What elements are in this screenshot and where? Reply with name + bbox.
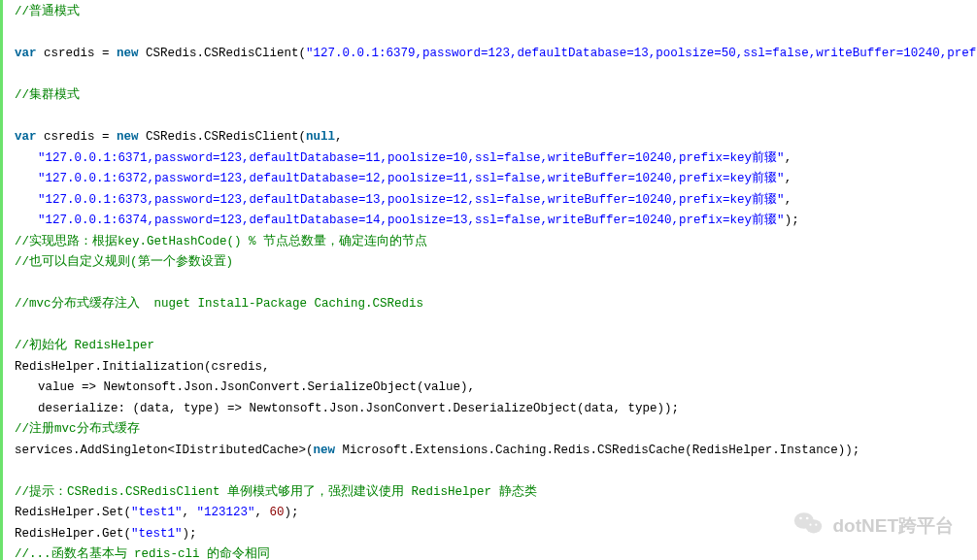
blank-line bbox=[15, 65, 977, 86]
code-text: , bbox=[785, 193, 792, 207]
comment: //普通模式 bbox=[15, 5, 80, 18]
code-line: //注册mvc分布式缓存 bbox=[15, 419, 977, 441]
string: "127.0.0.1:6379,password=123,defaultData… bbox=[306, 47, 977, 60]
code-line: //...函数名基本与 redis-cli 的命令相同 bbox=[15, 544, 977, 560]
code-text: , bbox=[785, 172, 792, 185]
comment: //也可以自定义规则(第一个参数设置) bbox=[15, 255, 233, 269]
code-text: ); bbox=[183, 527, 197, 541]
svg-point-1 bbox=[806, 519, 823, 533]
code-text: ); bbox=[785, 214, 799, 227]
code-text: services.AddSingleton<IDistributedCache>… bbox=[15, 444, 314, 457]
code-line: //初始化 RedisHelper bbox=[15, 336, 977, 357]
keyword: new bbox=[117, 130, 139, 144]
keyword: new bbox=[314, 444, 336, 457]
code-line: //也可以自定义规则(第一个参数设置) bbox=[15, 252, 977, 274]
code-text: CSRedis.CSRedisClient( bbox=[139, 47, 307, 60]
blank-line bbox=[15, 274, 977, 295]
string: "123123" bbox=[197, 506, 255, 519]
keyword: var bbox=[15, 47, 37, 60]
watermark-text: dotNET跨平台 bbox=[832, 513, 954, 539]
code-line: value => Newtonsoft.Json.JsonConvert.Ser… bbox=[15, 378, 977, 399]
svg-point-3 bbox=[806, 517, 809, 520]
string: "127.0.0.1:6374,password=123,defaultData… bbox=[38, 214, 785, 227]
code-text: RedisHelper.Get( bbox=[15, 527, 131, 541]
blank-line bbox=[15, 23, 977, 45]
comment: //集群模式 bbox=[15, 88, 80, 102]
code-text: , bbox=[183, 506, 197, 519]
comment: //初始化 RedisHelper bbox=[15, 339, 154, 352]
code-text: , bbox=[255, 506, 270, 519]
code-line: "127.0.0.1:6374,password=123,defaultData… bbox=[15, 211, 977, 232]
blank-line bbox=[15, 315, 977, 337]
blank-line bbox=[15, 107, 977, 128]
code-line: //普通模式 bbox=[15, 2, 977, 23]
comment: //实现思路：根据key.GetHashCode() % 节点总数量，确定连向的… bbox=[15, 235, 427, 248]
code-text: csredis = bbox=[37, 130, 118, 144]
number: 60 bbox=[270, 506, 285, 519]
string: "127.0.0.1:6371,password=123,defaultData… bbox=[38, 151, 785, 165]
code-text: RedisHelper.Initialization(csredis, bbox=[15, 360, 277, 374]
string: "127.0.0.1:6373,password=123,defaultData… bbox=[38, 193, 785, 207]
string: "test1" bbox=[131, 506, 183, 519]
comment: //提示：CSRedis.CSRedisClient 单例模式够用了，强烈建议使… bbox=[15, 485, 537, 499]
code-line: services.AddSingleton<IDistributedCache>… bbox=[15, 441, 977, 462]
keyword: new bbox=[117, 47, 139, 60]
code-text: ); bbox=[285, 506, 299, 519]
string: "test1" bbox=[131, 527, 183, 541]
comment: //...函数名基本与 redis-cli 的命令相同 bbox=[15, 547, 270, 560]
code-line: //提示：CSRedis.CSRedisClient 单例模式够用了，强烈建议使… bbox=[15, 482, 977, 504]
code-line: "127.0.0.1:6371,password=123,defaultData… bbox=[15, 148, 977, 170]
code-text: value => Newtonsoft.Json.JsonConvert.Ser… bbox=[38, 380, 483, 394]
code-line: //集群模式 bbox=[15, 85, 977, 107]
code-text: RedisHelper.Set( bbox=[15, 506, 131, 519]
keyword: null bbox=[306, 130, 335, 144]
code-text: CSRedis.CSRedisClient( bbox=[139, 130, 307, 144]
code-text: csredis = bbox=[37, 47, 118, 60]
code-line: RedisHelper.Initialization(csredis, bbox=[15, 357, 977, 379]
blank-line bbox=[15, 461, 977, 482]
string: "127.0.0.1:6372,password=123,defaultData… bbox=[38, 172, 785, 185]
code-text: Microsoft.Extensions.Caching.Redis.CSRed… bbox=[335, 444, 859, 457]
comment: //mvc分布式缓存注入 nuget Install-Package Cachi… bbox=[15, 297, 423, 311]
svg-point-4 bbox=[810, 524, 812, 526]
code-line: "127.0.0.1:6373,password=123,defaultData… bbox=[15, 190, 977, 212]
svg-point-5 bbox=[816, 524, 818, 526]
code-line: var csredis = new CSRedis.CSRedisClient(… bbox=[15, 44, 977, 65]
wechat-icon bbox=[793, 511, 823, 541]
code-text: , bbox=[335, 130, 343, 144]
code-text: deserialize: (data, type) => Newtonsoft.… bbox=[38, 402, 679, 415]
svg-point-2 bbox=[800, 517, 803, 520]
code-line: "127.0.0.1:6372,password=123,defaultData… bbox=[15, 169, 977, 190]
comment: //注册mvc分布式缓存 bbox=[15, 422, 140, 436]
code-line: //mvc分布式缓存注入 nuget Install-Package Cachi… bbox=[15, 294, 977, 315]
code-line: //实现思路：根据key.GetHashCode() % 节点总数量，确定连向的… bbox=[15, 232, 977, 253]
watermark: dotNET跨平台 bbox=[793, 511, 954, 541]
code-line: var csredis = new CSRedis.CSRedisClient(… bbox=[15, 127, 977, 148]
keyword: var bbox=[15, 130, 37, 144]
code-text: , bbox=[785, 151, 792, 165]
code-line: deserialize: (data, type) => Newtonsoft.… bbox=[15, 399, 977, 420]
code-block: //普通模式 var csredis = new CSRedis.CSRedis… bbox=[0, 0, 977, 560]
